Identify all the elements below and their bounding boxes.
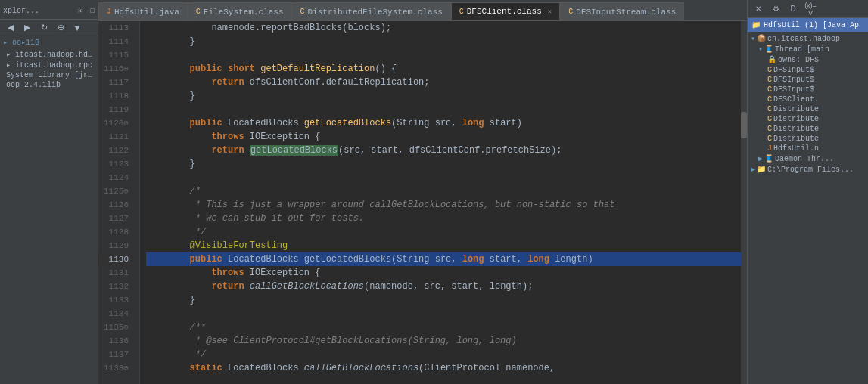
line-num-1137: 1137 <box>98 348 133 361</box>
tab-distributedfs[interactable]: C DistributedFileSystem.class <box>291 2 450 20</box>
code-line-1131: throws IOException { <box>146 266 747 280</box>
folder-icon: 📁 <box>751 20 761 29</box>
tree-item-owns[interactable]: 🔒 owns: DFS <box>748 54 868 65</box>
sidebar-item-rpc[interactable]: ▸ itcast.hadoop.rpc <box>0 60 98 70</box>
line-num-1131: 1131 <box>98 266 133 280</box>
sidebar-title: xplor... <box>3 7 78 15</box>
class-icon-2: C <box>767 76 772 84</box>
scrollbar-track[interactable] <box>741 21 747 384</box>
minimize-icon[interactable]: ─ <box>84 8 88 15</box>
code-line-1113: namenode.reportBadBlocks(blocks); <box>146 21 747 35</box>
right-toolbar-var[interactable]: (x)= V <box>803 2 818 17</box>
code-container: 1113 1114 1115 1116⊕ 1117 1118 1119 1120… <box>98 21 747 384</box>
line-num-1127: 1127 <box>98 212 133 225</box>
close-icon[interactable]: ✕ <box>78 7 82 15</box>
code-line-1130: public LocatedBlocks getLocatedBlocks(St… <box>146 252 747 266</box>
code-content[interactable]: namenode.reportBadBlocks(blocks); } publ… <box>140 21 747 384</box>
tab-hdfsutil[interactable]: J HdfsUtil.java <box>98 2 188 20</box>
class-icon-7: C <box>767 125 772 133</box>
tree-item-hdfsutil[interactable]: J HdfsUtil.n <box>748 144 868 153</box>
right-panel-title: HdfsUtil (1) [Java Ap <box>764 21 859 29</box>
thread-icon: 🧵 <box>764 45 773 54</box>
tree-arrow-pf-icon: ▶ <box>751 165 755 174</box>
tree-item-dfsinput-1[interactable]: C DFSInput$ <box>748 65 868 75</box>
class-icon-6: C <box>767 115 772 123</box>
package-icon: 📦 <box>757 34 766 43</box>
tree-item-distribute-3[interactable]: C Distribute <box>748 124 868 134</box>
right-tree: ▾ 📦 cn.itcast.hadoop ▾ 🧵 Thread [main 🔒 … <box>748 32 868 384</box>
close-tab-icon[interactable]: ✕ <box>548 8 552 16</box>
tab-icon-filesystem: C <box>196 8 201 16</box>
line-num-1121: 1121 <box>98 130 133 144</box>
tree-item-dfsclient[interactable]: C DFSClient. <box>748 94 868 104</box>
tree-item-thread-main[interactable]: ▾ 🧵 Thread [main <box>748 44 868 54</box>
right-toolbar-settings[interactable]: ⚙ <box>768 2 783 17</box>
line-num-1122: 1122 <box>98 144 133 157</box>
tree-item-dfsinput-3[interactable]: C DFSInput$ <box>748 85 868 94</box>
line-num-1133: 1133 <box>98 293 133 307</box>
forward-button[interactable]: ▶ <box>20 20 35 36</box>
line-num-1135: 1135⊕ <box>98 321 133 334</box>
code-line-1135: /** <box>146 321 747 334</box>
tree-item-distribute-2[interactable]: C Distribute <box>748 114 868 124</box>
tree-item-distribute-1[interactable]: C Distribute <box>748 104 868 114</box>
line-num-1120: 1120⊕ <box>98 116 133 130</box>
line-num-1126: 1126 <box>98 198 133 212</box>
back-button[interactable]: ◀ <box>3 20 18 36</box>
code-line-1133: } <box>146 293 747 307</box>
sidebar-item-library[interactable]: System Library [jre7] <box>0 70 98 80</box>
line-num-1124: 1124 <box>98 171 133 184</box>
code-line-1115 <box>146 48 747 62</box>
tab-dfsinputstream[interactable]: C DFSInputStream.class <box>560 2 684 20</box>
tab-filesystem[interactable]: C FileSystem.class <box>188 2 292 20</box>
daemon-thread-icon: 🧵 <box>764 154 773 163</box>
right-toolbar-close[interactable]: ✕ <box>751 2 766 17</box>
tree-item-dfsinput-2[interactable]: C DFSInput$ <box>748 75 868 85</box>
folder-pf-icon: 📁 <box>757 165 766 174</box>
line-num-1134: 1134 <box>98 307 133 321</box>
code-line-1114: } <box>146 35 747 48</box>
maximize-icon[interactable]: □ <box>91 8 95 15</box>
class-icon-1: C <box>767 66 772 74</box>
line-num-1138: 1138⊕ <box>98 361 133 375</box>
line-num-1132: 1132 <box>98 280 133 293</box>
code-line-1118: } <box>146 89 747 103</box>
class-icon-8: C <box>767 135 772 143</box>
tree-item-program-files[interactable]: ▶ 📁 C:\Program Files... <box>748 164 868 175</box>
code-line-1120: public LocatedBlocks getLocatedBlocks(St… <box>146 116 747 130</box>
code-line-1119 <box>146 103 747 116</box>
collapse-button[interactable]: ⊕ <box>53 20 68 36</box>
code-line-1136: * @see ClientProtocol#getBlockLocations(… <box>146 334 747 348</box>
code-line-1121: throws IOException { <box>146 130 747 144</box>
sidebar-item-lib[interactable]: oop-2.4.1lib <box>0 80 98 90</box>
sidebar-item-hdfs[interactable]: ▸ itcast.hadoop.hdfs <box>0 49 98 60</box>
code-line-1127: * we can stub it out for tests. <box>146 212 747 225</box>
tree-arrow-daemon-icon: ▶ <box>758 154 763 163</box>
right-panel: ✕ ⚙ D (x)= V 📁 HdfsUtil (1) [Java Ap ▾ 📦… <box>747 0 868 384</box>
scrollbar-thumb[interactable] <box>741 112 747 138</box>
tree-item-package[interactable]: ▾ 📦 cn.itcast.hadoop <box>748 33 868 44</box>
tree-item-daemon-thread[interactable]: ▶ 🧵 Daemon Thr... <box>748 153 868 164</box>
line-numbers: 1113 1114 1115 1116⊕ 1117 1118 1119 1120… <box>98 21 140 384</box>
tree-arrow-thread-icon: ▾ <box>758 45 763 54</box>
line-num-1128: 1128 <box>98 225 133 239</box>
line-num-1113: 1113 <box>98 21 133 35</box>
code-line-1132: return callGetBlockLocations(namenode, s… <box>146 280 747 293</box>
code-line-1134 <box>146 307 747 321</box>
code-line-1124 <box>146 171 747 184</box>
line-num-1123: 1123 <box>98 157 133 171</box>
line-num-1119: 1119 <box>98 103 133 116</box>
right-toolbar-d[interactable]: D <box>786 2 801 17</box>
dropdown-button[interactable]: ▼ <box>70 20 85 36</box>
line-num-1125: 1125⊕ <box>98 184 133 198</box>
tree-item-distribute-4[interactable]: C Distribute <box>748 134 868 144</box>
line-num-1136: 1136 <box>98 334 133 348</box>
tab-icon-dfsclient: C <box>459 8 464 16</box>
code-line-1129: @VisibleForTesting <box>146 239 747 252</box>
line-num-1130: 1130 <box>98 252 133 266</box>
class-icon-4: C <box>767 95 772 104</box>
tab-dfsclient[interactable]: C DFSClient.class ✕ <box>451 2 560 20</box>
line-num-1114: 1114 <box>98 35 133 48</box>
refresh-button[interactable]: ↻ <box>36 20 51 36</box>
code-line-1125: /* <box>146 184 747 198</box>
